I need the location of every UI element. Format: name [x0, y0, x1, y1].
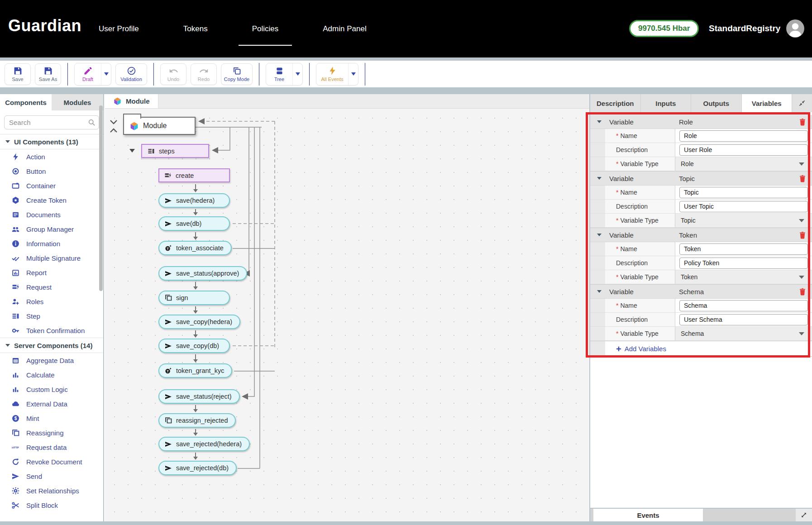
- sidebar-scrollbar[interactable]: [99, 105, 103, 291]
- tab-modules[interactable]: Modules: [52, 94, 103, 110]
- save-as-button[interactable]: Save As: [35, 63, 61, 85]
- variable-description-input[interactable]: [679, 258, 808, 269]
- variable-name-row: *Name: [590, 299, 812, 313]
- block-save-db[interactable]: save(db): [158, 216, 230, 231]
- sidebar-item-custom-logic[interactable]: Custom Logic: [0, 382, 103, 396]
- sidebar-item-multiple-signature[interactable]: Multiple Signature: [0, 251, 103, 265]
- all-events-dropdown-caret[interactable]: [348, 63, 358, 85]
- block-token-grant-kyc[interactable]: T token_grant_kyc: [158, 363, 232, 378]
- collapse-panel-icon[interactable]: [792, 94, 812, 112]
- variable-name-input[interactable]: [679, 300, 808, 311]
- variable-name-input[interactable]: [679, 130, 808, 142]
- sidebar-item-mint[interactable]: $ Mint: [0, 411, 103, 425]
- variable-group-header[interactable]: Variable Schema: [590, 285, 812, 299]
- tab-inputs[interactable]: Inputs: [641, 94, 692, 112]
- block-save-status-reject[interactable]: save_status(reject): [158, 389, 240, 404]
- sidebar-item-create-token[interactable]: Create Token: [0, 193, 103, 207]
- sidebar-item-external-data[interactable]: External Data: [0, 396, 103, 411]
- all-events-button[interactable]: All Events: [316, 63, 348, 85]
- tree-view-button[interactable]: Tree: [266, 63, 292, 85]
- sidebar-item-token-confirmation[interactable]: Token Confirmation: [0, 323, 103, 338]
- sidebar-item-send[interactable]: Send: [0, 469, 103, 483]
- block-sign[interactable]: sign: [158, 291, 230, 305]
- sidebar-item-aggregate-data[interactable]: Aggregate Data: [0, 353, 103, 368]
- check-circle-icon: [127, 66, 136, 76]
- sidebar-item-split-block[interactable]: Split Block: [0, 498, 103, 512]
- sidebar-item-button[interactable]: Button: [0, 164, 103, 178]
- variable-type-select[interactable]: Token: [675, 270, 812, 284]
- canvas-tab-module[interactable]: Module: [105, 94, 158, 108]
- collapse-all-control[interactable]: [109, 119, 119, 134]
- copy-mode-button[interactable]: Copy Mode: [221, 63, 253, 85]
- block-steps[interactable]: steps: [141, 144, 209, 158]
- draft-dropdown-caret[interactable]: [101, 63, 111, 85]
- block-save-copy-db[interactable]: save_copy(db): [158, 339, 230, 353]
- search-input[interactable]: [4, 115, 99, 129]
- delete-variable-icon[interactable]: [799, 231, 806, 239]
- tree-dropdown-caret[interactable]: [292, 63, 302, 85]
- nav-policies[interactable]: Policies: [249, 0, 282, 57]
- delete-variable-icon[interactable]: [799, 288, 806, 296]
- nav-tokens[interactable]: Tokens: [181, 0, 210, 57]
- variable-description-input[interactable]: [679, 201, 808, 212]
- variable-type-select[interactable]: Topic: [675, 214, 812, 227]
- save-button[interactable]: Save: [5, 63, 31, 85]
- variable-group-header[interactable]: Variable Role: [590, 115, 812, 129]
- block-save-status-approve[interactable]: save_status(approve): [158, 266, 247, 281]
- section-server-components[interactable]: Server Components (14): [0, 338, 103, 353]
- block-module[interactable]: Module: [123, 117, 196, 135]
- module-canvas[interactable]: Module steps create save(hedera) save(db…: [105, 109, 589, 521]
- variable-group-schema: Variable Schema *Name Description *Varia: [590, 285, 812, 341]
- delete-variable-icon[interactable]: [799, 175, 806, 182]
- block-save-rejected-hedera[interactable]: save_rejected(hedera): [158, 437, 250, 451]
- block-save-rejected-db[interactable]: save_rejected(db): [158, 461, 237, 475]
- sidebar-item-reassigning[interactable]: Reassigning: [0, 425, 103, 440]
- variable-type-row: *Variable Type Schema: [590, 327, 812, 341]
- sidebar-item-report[interactable]: Report: [0, 265, 103, 280]
- variable-name-input[interactable]: [679, 243, 808, 255]
- variable-group-header[interactable]: Variable Token: [590, 228, 812, 242]
- toolbar-divider: [67, 63, 68, 86]
- sidebar-item-request[interactable]: Request: [0, 280, 103, 294]
- expand-events-icon[interactable]: [796, 509, 812, 521]
- sidebar-item-information[interactable]: Information: [0, 236, 103, 251]
- sidebar-item-request-data[interactable]: HTTP Request data: [0, 440, 103, 454]
- sidebar-item-calculate[interactable]: Calculate: [0, 368, 103, 382]
- variable-name-input[interactable]: [679, 187, 808, 198]
- sidebar-item-set-relationships[interactable]: Set Relationships: [0, 483, 103, 498]
- nav-user-profile[interactable]: User Profile: [96, 0, 142, 57]
- brand-logo[interactable]: Guardian: [8, 16, 81, 35]
- tab-outputs[interactable]: Outputs: [691, 94, 742, 112]
- tab-components[interactable]: Components: [0, 94, 52, 110]
- events-tab[interactable]: Events: [593, 509, 703, 521]
- block-token-associate[interactable]: T token_associate: [158, 241, 232, 255]
- user-avatar[interactable]: [786, 19, 805, 38]
- delete-variable-icon[interactable]: [799, 118, 806, 126]
- validation-button[interactable]: Validation: [115, 63, 147, 85]
- block-save-hedera[interactable]: save(hedera): [158, 193, 230, 208]
- steps-expander-caret[interactable]: [129, 149, 135, 153]
- sidebar-item-group-manager[interactable]: Group Manager: [0, 222, 103, 236]
- variable-type-select[interactable]: Schema: [675, 327, 812, 340]
- section-ui-components[interactable]: UI Components (13): [0, 134, 103, 149]
- add-variables-button[interactable]: + Add Variables: [605, 341, 812, 356]
- undo-button[interactable]: Undo: [160, 63, 186, 85]
- tab-variables[interactable]: Variables: [742, 94, 793, 112]
- tab-description[interactable]: Description: [590, 94, 641, 112]
- variable-description-input[interactable]: [679, 144, 808, 156]
- variable-type-select[interactable]: Role: [675, 157, 812, 171]
- sidebar-item-step[interactable]: Step: [0, 309, 103, 323]
- draft-button[interactable]: Draft: [75, 63, 101, 85]
- nav-admin-panel[interactable]: Admin Panel: [320, 0, 369, 57]
- block-reassign-rejected[interactable]: reassign_rejected: [158, 413, 236, 428]
- sidebar-item-roles[interactable]: Roles: [0, 294, 103, 309]
- block-save-copy-hedera[interactable]: save_copy(hedera): [158, 315, 240, 329]
- sidebar-item-action[interactable]: Action: [0, 149, 103, 164]
- block-create[interactable]: create: [158, 168, 230, 182]
- variable-description-input[interactable]: [679, 314, 808, 325]
- sidebar-item-revoke-document[interactable]: Revoke Document: [0, 454, 103, 469]
- redo-button[interactable]: Redo: [191, 63, 217, 85]
- variable-group-header[interactable]: Variable Topic: [590, 172, 812, 186]
- sidebar-item-documents[interactable]: Documents: [0, 207, 103, 222]
- sidebar-item-container[interactable]: Container: [0, 178, 103, 193]
